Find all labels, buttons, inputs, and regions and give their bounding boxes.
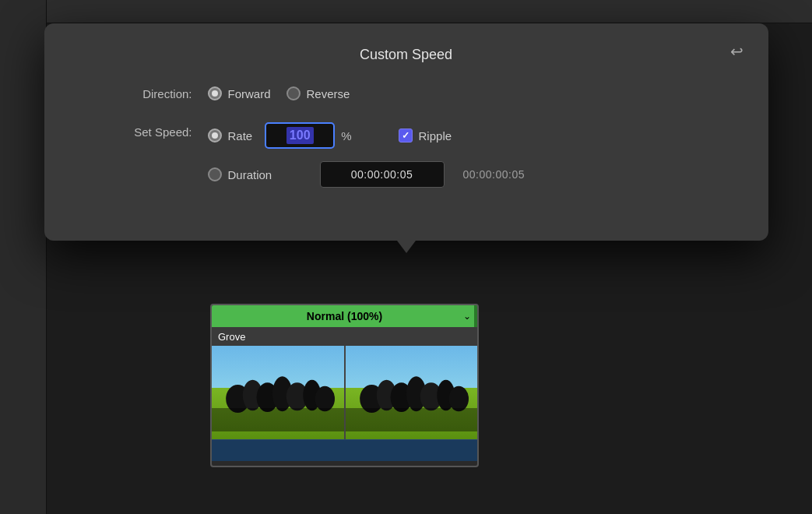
clip-speed-stripe <box>474 305 477 327</box>
rate-radio-label: Rate <box>228 129 253 143</box>
set-speed-row: Set Speed: Rate 100 % ✓ <box>83 122 729 188</box>
svg-point-13 <box>449 386 469 411</box>
ripple-area: ✓ Ripple <box>399 128 452 143</box>
direction-forward-radio[interactable] <box>208 86 222 100</box>
clip-area: Normal (100%) ⌄ Grove <box>210 304 483 475</box>
custom-speed-dialog: Custom Speed ↩ Direction: Forward Revers… <box>44 23 768 241</box>
dialog-connector <box>397 241 416 253</box>
check-icon: ✓ <box>402 130 410 141</box>
rate-value[interactable]: 100 <box>286 127 314 144</box>
dialog-close-button[interactable]: ↩ <box>725 39 750 64</box>
rate-input-container: 100 % <box>265 122 351 149</box>
thumb2-trees-svg <box>352 371 471 413</box>
clip-thumbnails <box>212 346 477 439</box>
duration-row: Duration 00:00:00:05 00:00:00:05 <box>208 161 525 188</box>
thumb1-trees-svg <box>218 371 337 413</box>
rate-percent-symbol: % <box>341 129 351 143</box>
duration-secondary-value: 00:00:00:05 <box>463 168 525 181</box>
dialog-title: Custom Speed <box>83 47 729 63</box>
ripple-label: Ripple <box>419 129 452 143</box>
direction-forward-option[interactable]: Forward <box>208 86 271 100</box>
rate-input-box[interactable]: 100 <box>265 122 335 149</box>
clip-thumbnail-2 <box>346 346 478 439</box>
rate-option[interactable]: Rate <box>208 128 253 143</box>
direction-reverse-radio[interactable] <box>286 86 301 100</box>
timeline-header <box>47 0 812 23</box>
clip-speed-label: Normal (100%) <box>307 310 382 322</box>
clip-speed-dropdown-icon[interactable]: ⌄ <box>463 311 471 322</box>
direction-forward-label: Forward <box>228 87 271 100</box>
rate-radio[interactable] <box>208 128 222 143</box>
set-speed-label: Set Speed: <box>83 122 192 139</box>
direction-reverse-label: Reverse <box>307 87 350 100</box>
back-icon: ↩ <box>730 42 743 61</box>
ripple-checkbox[interactable]: ✓ <box>399 128 413 143</box>
clip-title: Grove <box>218 331 245 343</box>
rate-row: Rate 100 % ✓ Ripple <box>208 122 525 149</box>
timeline-left-panel <box>0 0 47 514</box>
direction-label: Direction: <box>83 87 192 100</box>
direction-row: Direction: Forward Reverse <box>83 86 729 100</box>
duration-radio[interactable] <box>208 167 222 181</box>
direction-radio-group: Forward Reverse <box>208 86 350 100</box>
duration-input-box[interactable]: 00:00:00:05 <box>320 161 445 188</box>
clip-thumbnail-1 <box>212 346 344 439</box>
duration-option[interactable]: Duration <box>208 167 301 181</box>
svg-point-6 <box>315 386 335 411</box>
clip-speed-bar[interactable]: Normal (100%) ⌄ <box>212 305 477 327</box>
duration-value: 00:00:00:05 <box>351 168 413 181</box>
duration-radio-label: Duration <box>228 168 272 181</box>
clip-container[interactable]: Normal (100%) ⌄ Grove <box>210 304 479 467</box>
direction-reverse-option[interactable]: Reverse <box>286 86 350 100</box>
clip-audio-bar <box>212 439 477 461</box>
clip-title-bar: Grove <box>212 327 477 346</box>
set-speed-container: Rate 100 % ✓ Ripple <box>208 122 525 188</box>
